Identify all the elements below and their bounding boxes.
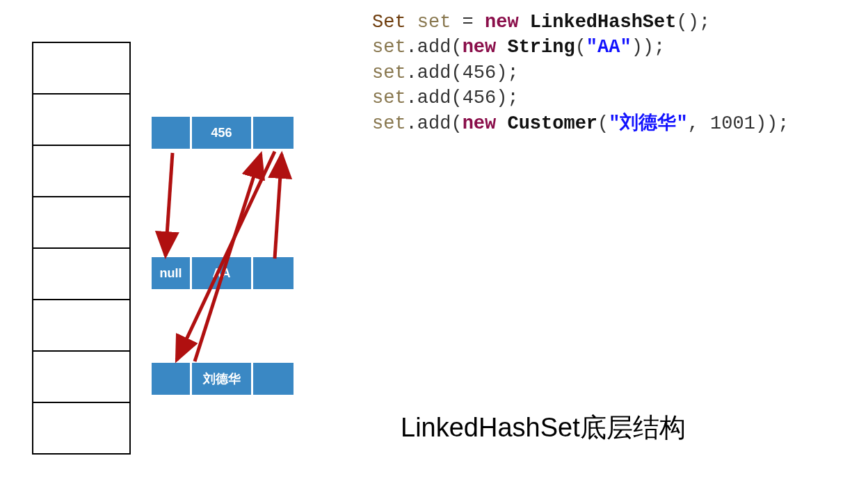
node-prev [152,117,192,149]
token-method: .add( [406,113,463,134]
node-prev [152,363,192,395]
token-new: new [485,12,519,33]
bucket-cell [32,93,131,146]
token-var: set [372,63,406,83]
token-class: Customer [507,113,597,134]
node-next [253,117,294,149]
bucket-cell [32,402,131,455]
token-new: new [463,113,497,134]
token-method: .add( [406,63,463,83]
diagram-caption: LinkedHashSet底层结构 [401,410,686,446]
token-number: 1001 [710,113,755,134]
bucket-cell [32,145,131,197]
node-prev: null [152,257,192,289]
token-method: .add( [406,88,463,108]
node-liudehua: 刘德华 [152,363,294,395]
code-block: Set set = new LinkedHashSet(); set.add(n… [372,10,789,136]
token-var: set [372,88,406,108]
token-class: String [507,37,574,58]
svg-line-3 [177,152,275,360]
bucket-cell [32,42,131,95]
token-string: "AA" [586,37,632,58]
node-data: 456 [192,117,253,149]
token-type: Set [372,12,406,33]
node-aa: null AA [152,257,294,289]
node-data: AA [192,257,253,289]
node-next [253,257,294,289]
token-number: 456 [463,88,497,108]
token-var: set [372,113,406,134]
token-class: LinkedHashSet [530,12,677,33]
svg-line-2 [166,153,172,256]
bucket-cell [32,196,131,249]
hash-bucket-table [32,42,131,453]
node-456: 456 [152,117,294,149]
token-var: set [417,12,451,33]
svg-line-1 [275,154,282,259]
node-data: 刘德华 [192,363,253,395]
bucket-cell [32,247,131,300]
node-next [253,363,294,395]
bucket-cell [32,350,131,403]
token-method: .add( [406,37,463,58]
token-string: "刘德华" [609,113,687,134]
token-number: 456 [463,63,497,83]
bucket-cell [32,299,131,352]
token-var: set [372,37,406,58]
token-new: new [463,37,497,58]
